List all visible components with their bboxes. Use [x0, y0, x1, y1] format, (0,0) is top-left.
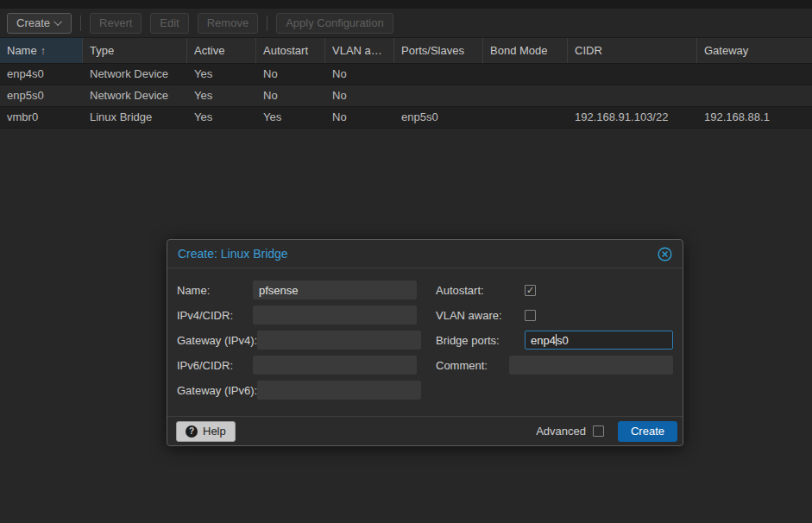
column-header-type[interactable]: Type [83, 38, 187, 63]
create-linux-bridge-dialog: Create: Linux Bridge Name: IPv4/CIDR: Ga… [167, 239, 683, 446]
vlan-aware-field-label: VLAN aware: [436, 309, 525, 322]
cell-name: enp4s0 [0, 64, 83, 85]
ipv6-cidr-field-label: IPv6/CIDR: [177, 359, 253, 372]
ipv4-cidr-field[interactable] [253, 306, 417, 325]
help-button-label: Help [203, 425, 226, 438]
column-header-autostart[interactable]: Autostart [256, 38, 325, 63]
gateway-ipv4-field[interactable] [257, 331, 421, 350]
name-field[interactable] [253, 280, 417, 299]
dialog-titlebar[interactable]: Create: Linux Bridge [167, 240, 683, 268]
cell-autostart: No [256, 85, 325, 106]
column-header-active[interactable]: Active [187, 38, 256, 63]
ipv4-cidr-field-label: IPv4/CIDR: [177, 309, 253, 322]
dialog-left-column: Name: IPv4/CIDR: Gateway (IPv4): IPv6/CI… [177, 280, 417, 400]
cell-vlan-aware: No [325, 85, 394, 106]
cell-gateway [697, 85, 812, 106]
dialog-create-button[interactable]: Create [618, 421, 677, 442]
dialog-body: Name: IPv4/CIDR: Gateway (IPv4): IPv6/CI… [167, 268, 683, 416]
help-icon: ? [186, 425, 198, 438]
gateway-ipv4-field-label: Gateway (IPv4): [177, 334, 257, 347]
bridge-ports-field-label: Bridge ports: [436, 334, 525, 347]
vlan-aware-checkbox[interactable] [525, 310, 536, 321]
cell-vlan-aware: No [325, 64, 394, 85]
remove-button[interactable]: Remove [198, 13, 258, 34]
column-header-vlan-aware-label: VLAN a… [332, 44, 382, 57]
column-header-name[interactable]: Name↑ [0, 38, 83, 63]
ipv6-cidr-field[interactable] [253, 356, 417, 375]
cell-ports-slaves: enp5s0 [394, 107, 483, 128]
dialog-footer-right: Advanced Create [536, 421, 677, 442]
panel-top-strip [0, 0, 812, 9]
apply-configuration-button[interactable]: Apply Configuration [276, 13, 393, 34]
dialog-right-column: Autostart: ✓ VLAN aware: Bridge ports: e… [436, 280, 673, 400]
cell-autostart: No [256, 64, 325, 85]
close-icon[interactable] [658, 247, 672, 262]
cell-cidr: 192.168.91.103/22 [568, 107, 697, 128]
cell-autostart: Yes [256, 107, 325, 128]
column-header-bond-mode-label: Bond Mode [490, 44, 548, 57]
gateway-ipv6-field[interactable] [257, 381, 421, 400]
cell-bond-mode [483, 85, 568, 106]
cell-ports-slaves [394, 85, 483, 106]
table-row-vmbr0[interactable]: vmbr0 Linux Bridge Yes Yes No enp5s0 192… [0, 107, 812, 129]
sort-ascending-icon: ↑ [41, 44, 47, 57]
column-header-gateway-label: Gateway [704, 44, 748, 57]
advanced-checkbox[interactable] [593, 425, 604, 437]
bridge-ports-text-after-caret: s0 [557, 334, 569, 347]
cell-active: Yes [187, 64, 256, 85]
network-table-header: Name↑ Type Active Autostart VLAN a… Port… [0, 38, 812, 64]
dialog-title: Create: Linux Bridge [178, 247, 288, 261]
cell-type: Network Device [83, 85, 187, 106]
remove-button-label: Remove [207, 16, 249, 29]
toolbar-separator [80, 16, 81, 31]
create-button[interactable]: Create [7, 13, 72, 34]
column-header-active-label: Active [194, 44, 224, 57]
table-row-enp4s0[interactable]: enp4s0 Network Device Yes No No [0, 64, 812, 85]
dialog-footer: ? Help Advanced Create [167, 416, 683, 445]
edit-button-label: Edit [160, 16, 179, 29]
autostart-checkbox[interactable]: ✓ [525, 285, 536, 296]
column-header-ports-slaves-label: Ports/Slaves [401, 44, 464, 57]
chevron-down-icon [54, 17, 62, 26]
cell-bond-mode [483, 107, 568, 128]
cell-name: enp5s0 [0, 85, 83, 106]
name-field-label: Name: [177, 284, 253, 297]
cell-gateway: 192.168.88.1 [697, 107, 812, 128]
bridge-ports-text-before-caret: enp4 [531, 334, 556, 347]
cell-gateway [697, 64, 812, 85]
comment-field[interactable] [509, 356, 673, 375]
gateway-ipv6-field-label: Gateway (IPv6): [177, 384, 257, 397]
cell-type: Linux Bridge [83, 107, 187, 128]
check-icon: ✓ [526, 286, 534, 295]
column-header-ports-slaves[interactable]: Ports/Slaves [394, 38, 483, 63]
apply-configuration-label: Apply Configuration [286, 16, 383, 29]
create-button-label: Create [16, 16, 50, 29]
help-button[interactable]: ? Help [176, 421, 236, 442]
revert-button[interactable]: Revert [90, 13, 142, 34]
comment-field-label: Comment: [436, 359, 509, 372]
column-header-autostart-label: Autostart [263, 44, 308, 57]
bridge-ports-field[interactable]: enp4s0 [525, 331, 673, 350]
cell-cidr [568, 85, 697, 106]
cell-cidr [568, 64, 697, 85]
column-header-name-label: Name [7, 44, 37, 57]
revert-button-label: Revert [99, 16, 132, 29]
advanced-label: Advanced [536, 425, 586, 438]
edit-button[interactable]: Edit [150, 13, 188, 34]
cell-active: Yes [187, 107, 256, 128]
toolbar-separator [267, 16, 268, 31]
cell-type: Network Device [83, 64, 187, 85]
column-header-vlan-aware[interactable]: VLAN a… [325, 38, 394, 63]
cell-bond-mode [483, 64, 568, 85]
network-toolbar: Create Revert Edit Remove Apply Configur… [0, 9, 812, 38]
table-row-enp5s0[interactable]: enp5s0 Network Device Yes No No [0, 85, 812, 107]
autostart-field-label: Autostart: [436, 284, 525, 297]
cell-vlan-aware: No [325, 107, 394, 128]
column-header-gateway[interactable]: Gateway [697, 38, 812, 63]
column-header-cidr-label: CIDR [575, 44, 602, 57]
column-header-cidr[interactable]: CIDR [568, 38, 697, 63]
cell-active: Yes [187, 85, 256, 106]
dialog-create-button-label: Create [631, 425, 664, 438]
cell-name: vmbr0 [0, 107, 83, 128]
column-header-bond-mode[interactable]: Bond Mode [483, 38, 568, 63]
